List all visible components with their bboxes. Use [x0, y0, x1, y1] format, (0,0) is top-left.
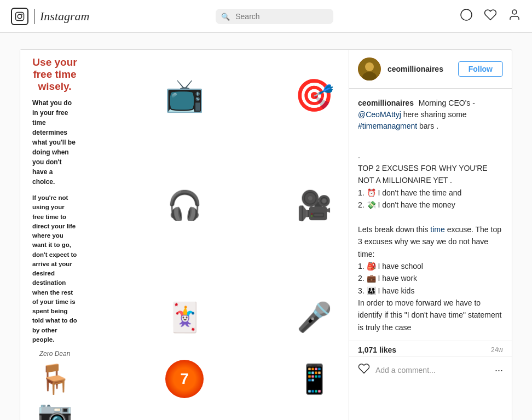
chair-icon-cell: 🪑: [25, 360, 85, 398]
billiard-icon-cell: 7: [165, 360, 204, 398]
post-username: ceomillionaires: [388, 65, 452, 73]
follow-button[interactable]: Follow: [458, 61, 503, 77]
cards-icon-cell: 🃏: [85, 275, 284, 360]
logo-divider: [34, 9, 34, 24]
caption-mention[interactable]: @CeoMAttyj: [358, 110, 401, 119]
caption-text1: Morning CEO's -: [419, 99, 475, 107]
post-comments-area: ceomillionaires Morning CEO's - @CeoMAtt…: [349, 89, 512, 341]
like-icon[interactable]: [358, 363, 370, 378]
search-icon: 🔍: [221, 12, 230, 20]
center-text: Use your free time wisely. What you do i…: [25, 54, 85, 360]
headphones-icon-cell: 🎧: [85, 136, 284, 275]
svg-rect-0: [16, 12, 24, 20]
post-image-content: 📺 Use your free time wisely. What you do…: [20, 50, 349, 420]
post-image-area: 📺 Use your free time wisely. What you do…: [20, 50, 349, 420]
site-header: Instagram 🔍: [0, 0, 532, 33]
header-left: Instagram: [11, 8, 89, 25]
time-ago: 24w: [491, 346, 503, 354]
more-options-icon[interactable]: ···: [495, 365, 503, 376]
explore-icon[interactable]: [460, 8, 473, 25]
main-content: 📺 Use your free time wisely. What you do…: [9, 49, 523, 420]
comment-text: .TOP 2 EXCUSES FOR WHY YOU'RE NOT A MILL…: [358, 151, 502, 341]
add-comment-area: ···: [349, 356, 512, 383]
header-right: [460, 8, 521, 25]
svg-marker-4: [464, 13, 469, 17]
motive-p1: What you do in your free time determines…: [32, 98, 77, 187]
logo-text: Instagram: [40, 9, 89, 24]
svg-point-7: [365, 62, 374, 71]
instagram-logo[interactable]: Instagram: [11, 8, 89, 25]
motive-title-text: Use your free time wisely.: [32, 56, 77, 93]
heart-icon[interactable]: [484, 8, 497, 25]
post-card: 📺 Use your free time wisely. What you do…: [20, 49, 512, 420]
camera2-icon-cell: 📷: [25, 398, 85, 420]
caption-text3: bars .: [419, 122, 438, 130]
svg-point-1: [18, 14, 22, 19]
avatar: [358, 57, 381, 80]
likes-count: 1,071 likes: [358, 346, 396, 354]
svg-point-2: [21, 13, 22, 14]
target-icon-cell: 🎯: [284, 54, 344, 136]
post-caption: ceomillionaires Morning CEO's - @CeoMAtt…: [358, 97, 503, 132]
motive-p2: If you're not using your free time to di…: [32, 193, 77, 344]
camera-icon-cell: 🎥: [284, 136, 344, 275]
caption-username: ceomillionaires: [358, 99, 414, 107]
caption-text2: here sharing some: [403, 110, 467, 119]
caption-hashtag[interactable]: #timemanagment: [358, 122, 417, 130]
post-comment-body: .TOP 2 EXCUSES FOR WHY YOU'RE NOT A MILL…: [358, 137, 503, 341]
tv-icon-cell: 📺: [85, 54, 284, 136]
post-info-panel: ceomillionaires Follow ceomillionaires M…: [349, 50, 512, 420]
motive-author-text: Zero Dean: [32, 350, 77, 358]
search-container: 🔍: [216, 9, 333, 24]
search-input[interactable]: [216, 9, 333, 24]
post-likes-row: 1,071 likes 24w: [349, 341, 512, 356]
music-icon-cell: 📱: [284, 360, 344, 398]
add-comment-input[interactable]: [375, 366, 489, 375]
post-header: ceomillionaires Follow: [349, 50, 512, 89]
svg-point-5: [512, 10, 517, 14]
svg-point-3: [461, 9, 472, 20]
profile-icon[interactable]: [508, 8, 521, 25]
logo-box-icon: [11, 8, 28, 25]
mic-icon-cell: 🎤: [284, 275, 344, 360]
